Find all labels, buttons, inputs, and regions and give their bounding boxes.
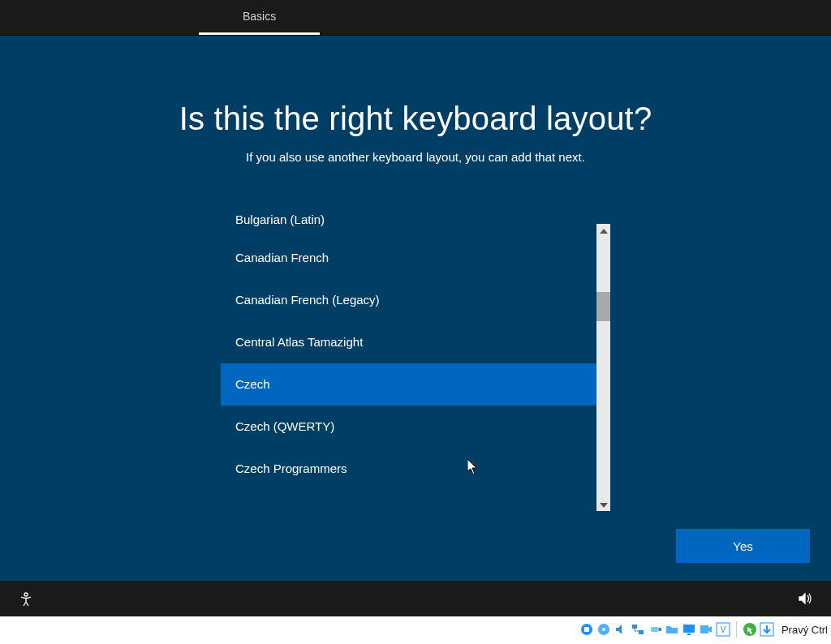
optical-disc-icon[interactable] xyxy=(596,622,611,637)
network-icon[interactable] xyxy=(631,622,645,637)
svg-rect-8 xyxy=(659,628,661,631)
keyboard-layout-list: Bulgarian (Latin) Canadian French Canadi… xyxy=(221,213,610,511)
svg-rect-2 xyxy=(584,627,589,632)
display-icon[interactable] xyxy=(682,622,696,637)
scrollbar-thumb[interactable] xyxy=(596,292,610,321)
disk-icon[interactable] xyxy=(579,622,594,637)
audio-icon[interactable] xyxy=(614,622,628,637)
volume-icon[interactable] xyxy=(797,590,813,607)
vm-host-statusbar: V Pravý Ctrl xyxy=(0,616,831,644)
yes-button[interactable]: Yes xyxy=(676,529,810,563)
usb-icon[interactable] xyxy=(648,622,662,637)
layout-option[interactable]: Canadian French xyxy=(221,237,596,279)
tab-bar: Basics xyxy=(0,0,831,36)
separator xyxy=(736,621,737,638)
layout-option[interactable]: Central Atlas Tamazight xyxy=(221,321,596,363)
vm-badge-icon[interactable]: V xyxy=(716,622,730,637)
keyboard-capture-icon[interactable] xyxy=(760,622,774,637)
scroll-down-button[interactable] xyxy=(596,498,610,511)
layout-option-selected[interactable]: Czech xyxy=(221,363,596,406)
heading-block: Is this the right keyboard layout? If yo… xyxy=(0,101,831,164)
scrollbar xyxy=(596,224,610,511)
layout-option[interactable]: Czech Programmers xyxy=(221,448,596,490)
layout-option[interactable]: Bulgarian (Latin) xyxy=(221,213,596,237)
host-key-label: Pravý Ctrl xyxy=(781,624,828,636)
svg-rect-9 xyxy=(683,625,695,633)
ease-of-access-icon[interactable] xyxy=(18,590,34,607)
recording-icon[interactable] xyxy=(699,622,713,637)
svg-rect-10 xyxy=(687,633,691,635)
layout-option[interactable]: Canadian French (Legacy) xyxy=(221,279,596,321)
svg-rect-7 xyxy=(651,627,659,632)
tab-basics[interactable]: Basics xyxy=(199,0,320,35)
svg-point-4 xyxy=(602,628,605,631)
layout-option[interactable]: Czech (QWERTY) xyxy=(221,406,596,448)
shared-folder-icon[interactable] xyxy=(665,622,679,637)
svg-rect-11 xyxy=(700,625,708,633)
svg-text:V: V xyxy=(721,625,726,634)
mouse-integration-icon[interactable] xyxy=(743,622,757,637)
svg-point-0 xyxy=(24,593,28,596)
svg-rect-5 xyxy=(632,625,637,629)
scroll-up-button[interactable] xyxy=(596,224,610,238)
page-title: Is this the right keyboard layout? xyxy=(0,101,831,137)
bottom-bar xyxy=(0,581,831,616)
page-subtitle: If you also use another keyboard layout,… xyxy=(0,150,831,164)
oobe-screen: Basics Is this the right keyboard layout… xyxy=(0,0,831,616)
